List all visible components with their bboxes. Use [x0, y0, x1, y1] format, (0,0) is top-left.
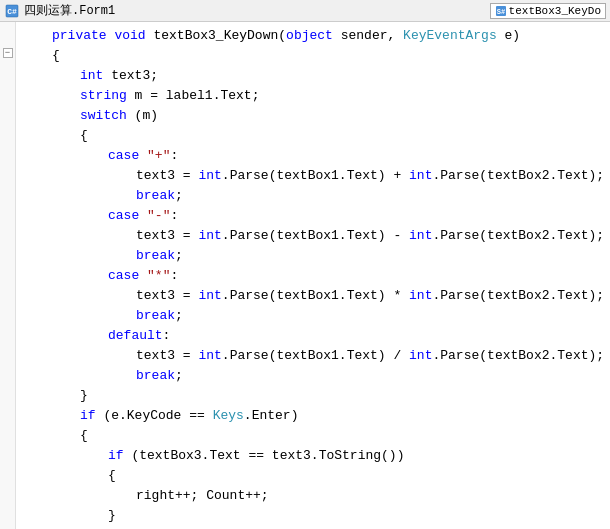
token-string-lit: "*"	[147, 268, 170, 283]
token-plain: :	[170, 268, 178, 283]
token-plain: {	[108, 468, 116, 483]
code-line: text3 = int.Parse(textBox1.Text) + int.P…	[24, 166, 610, 186]
token-string-lit: "+"	[147, 148, 170, 163]
code-line: break;	[24, 366, 610, 386]
code-container: − private void textBox3_KeyDown(object s…	[0, 22, 610, 529]
token-kw2: case	[108, 148, 139, 163]
code-line: {	[24, 46, 610, 66]
code-line: if (e.KeyCode == Keys.Enter)	[24, 406, 610, 426]
code-line: {	[24, 466, 610, 486]
token-plain: {	[80, 428, 88, 443]
window-title: 四则运算.Form1	[24, 2, 115, 19]
token-kw2: break	[136, 368, 175, 383]
token-kw: object	[286, 28, 333, 43]
token-plain: .Parse(textBox1.Text) *	[222, 288, 409, 303]
svg-text:S#: S#	[496, 8, 504, 16]
code-line: default:	[24, 326, 610, 346]
token-plain: text3 =	[136, 288, 198, 303]
token-plain	[139, 268, 147, 283]
token-kw: int	[409, 288, 432, 303]
token-plain: }	[80, 388, 88, 403]
token-kw2: break	[136, 248, 175, 263]
token-plain: .Parse(textBox1.Text) +	[222, 168, 409, 183]
token-plain: .Parse(textBox2.Text);	[432, 288, 604, 303]
token-plain: :	[163, 328, 171, 343]
token-plain: text3 =	[136, 228, 198, 243]
code-line: if (textBox3.Text == text3.ToString())	[24, 446, 610, 466]
code-line: case "-":	[24, 206, 610, 226]
token-plain: (textBox3.Text == text3.ToString())	[124, 448, 405, 463]
token-kw2: case	[108, 268, 139, 283]
token-plain: m = label1.Text;	[127, 88, 260, 103]
code-line: text3 = int.Parse(textBox1.Text) - int.P…	[24, 226, 610, 246]
token-class-name: KeyEventArgs	[403, 28, 497, 43]
token-kw2: switch	[80, 108, 127, 123]
token-plain: right++; Count++;	[136, 488, 269, 503]
code-line: text3 = int.Parse(textBox1.Text) / int.P…	[24, 346, 610, 366]
token-plain: .Enter)	[244, 408, 299, 423]
token-kw2: break	[136, 308, 175, 323]
token-plain: ;	[175, 368, 183, 383]
code-line: break;	[24, 306, 610, 326]
token-plain: .Parse(textBox2.Text);	[432, 348, 604, 363]
token-kw: int	[198, 228, 221, 243]
collapse-gutter: −	[0, 22, 16, 529]
token-plain	[139, 148, 147, 163]
token-plain: ;	[175, 248, 183, 263]
token-plain: .Parse(textBox2.Text);	[432, 228, 604, 243]
token-kw2: default	[108, 328, 163, 343]
token-plain: :	[170, 208, 178, 223]
token-kw2: break	[136, 188, 175, 203]
token-plain: (m)	[127, 108, 158, 123]
svg-text:C#: C#	[7, 7, 17, 16]
token-kw: private	[52, 28, 107, 43]
token-kw: if	[108, 448, 124, 463]
code-line: {	[24, 426, 610, 446]
code-line: int text3;	[24, 66, 610, 86]
token-plain: textBox3_KeyDown(	[146, 28, 286, 43]
token-plain	[139, 208, 147, 223]
token-kw: int	[80, 68, 103, 83]
code-line: }	[24, 386, 610, 406]
token-kw: int	[198, 168, 221, 183]
code-line: case "+":	[24, 146, 610, 166]
code-line: text3 = int.Parse(textBox1.Text) * int.P…	[24, 286, 610, 306]
token-plain: ;	[175, 308, 183, 323]
token-plain: text3 =	[136, 348, 198, 363]
token-plain: .Parse(textBox1.Text) /	[222, 348, 409, 363]
token-kw: string	[80, 88, 127, 103]
token-plain: }	[108, 508, 116, 523]
code-line: {	[24, 126, 610, 146]
token-kw: if	[80, 408, 96, 423]
token-kw: int	[409, 228, 432, 243]
token-class-name: Keys	[213, 408, 244, 423]
title-bar: C# 四则运算.Form1 S# textBox3_KeyDo	[0, 0, 610, 22]
code-line: string m = label1.Text;	[24, 86, 610, 106]
title-bar-right: S# textBox3_KeyDo	[490, 3, 606, 19]
tab-indicator[interactable]: S# textBox3_KeyDo	[490, 3, 606, 19]
code-icon: S#	[495, 5, 507, 17]
code-line: case "*":	[24, 266, 610, 286]
token-plain: .Parse(textBox1.Text) -	[222, 228, 409, 243]
token-kw: int	[198, 288, 221, 303]
code-line: right++; Count++;	[24, 486, 610, 506]
token-kw: int	[198, 348, 221, 363]
token-plain: {	[80, 128, 88, 143]
tab-text: textBox3_KeyDo	[509, 5, 601, 17]
collapse-button[interactable]: −	[3, 48, 13, 58]
token-plain: text3 =	[136, 168, 198, 183]
app-icon: C#	[4, 3, 20, 19]
code-line: break;	[24, 186, 610, 206]
token-kw: void	[114, 28, 145, 43]
token-plain: :	[170, 148, 178, 163]
token-plain: .Parse(textBox2.Text);	[432, 168, 604, 183]
code-line: private void textBox3_KeyDown(object sen…	[24, 26, 610, 46]
token-string-lit: "-"	[147, 208, 170, 223]
code-line: switch (m)	[24, 106, 610, 126]
token-kw2: case	[108, 208, 139, 223]
code-editor[interactable]: private void textBox3_KeyDown(object sen…	[16, 22, 610, 529]
code-line: break;	[24, 246, 610, 266]
title-bar-left: C# 四则运算.Form1	[4, 2, 115, 19]
token-plain: ;	[175, 188, 183, 203]
code-line: }	[24, 506, 610, 526]
